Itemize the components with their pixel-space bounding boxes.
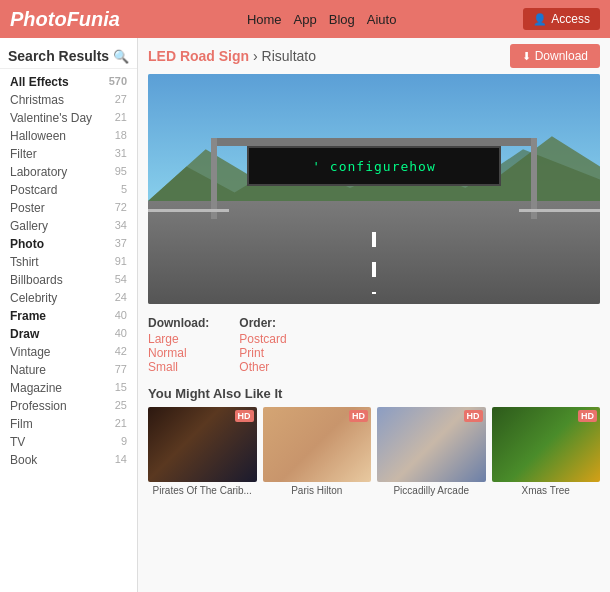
breadcrumb-separator: › bbox=[253, 48, 262, 64]
thumb-pirates[interactable]: HD Pirates Of The Carib... bbox=[148, 407, 257, 496]
sidebar-item-magazine[interactable]: Magazine 15 bbox=[0, 379, 137, 397]
thumb-piccadilly[interactable]: HD Piccadilly Arcade bbox=[377, 407, 486, 496]
download-large[interactable]: Large bbox=[148, 332, 209, 346]
download-options-title: Download: bbox=[148, 316, 209, 330]
order-options: Order: Postcard Print Other bbox=[239, 316, 286, 374]
breadcrumb-effect-link[interactable]: LED Road Sign bbox=[148, 48, 249, 64]
thumb-label-piccadilly: Piccadilly Arcade bbox=[377, 485, 486, 496]
sidebar-item-vintage[interactable]: Vintage 42 bbox=[0, 343, 137, 361]
main-image: ' configurehow bbox=[148, 74, 600, 304]
thumb-img-xmas: HD bbox=[492, 407, 601, 482]
thumb-label-xmas: Xmas Tree bbox=[492, 485, 601, 496]
sidebar-item-valentines[interactable]: Valentine's Day 21 bbox=[0, 109, 137, 127]
breadcrumb: LED Road Sign › Risultato Download bbox=[148, 44, 600, 68]
thumb-label-paris: Paris Hilton bbox=[263, 485, 372, 496]
user-icon bbox=[533, 12, 547, 26]
sidebar-item-profession[interactable]: Profession 25 bbox=[0, 397, 137, 415]
nav-blog[interactable]: Blog bbox=[329, 12, 355, 27]
sidebar-item-christmas[interactable]: Christmas 27 bbox=[0, 91, 137, 109]
sidebar-item-frame[interactable]: Frame 40 bbox=[0, 307, 137, 325]
breadcrumb-text: LED Road Sign › Risultato bbox=[148, 48, 316, 64]
gantry: ' configurehow bbox=[193, 138, 555, 219]
breadcrumb-result: Risultato bbox=[262, 48, 316, 64]
sidebar-item-poster[interactable]: Poster 72 bbox=[0, 199, 137, 217]
sidebar-item-filter[interactable]: Filter 31 bbox=[0, 145, 137, 163]
sidebar-item-celebrity[interactable]: Celebrity 24 bbox=[0, 289, 137, 307]
led-sign: ' configurehow bbox=[247, 146, 500, 186]
thumb-img-piccadilly: HD bbox=[377, 407, 486, 482]
thumb-img-paris: HD bbox=[263, 407, 372, 482]
thumb-paris[interactable]: HD Paris Hilton bbox=[263, 407, 372, 496]
hd-badge-pirates: HD bbox=[235, 410, 254, 422]
sidebar-item-photo[interactable]: Photo 37 bbox=[0, 235, 137, 253]
order-print[interactable]: Print bbox=[239, 346, 286, 360]
download-button[interactable]: Download bbox=[510, 44, 600, 68]
thumb-xmas[interactable]: HD Xmas Tree bbox=[492, 407, 601, 496]
search-icon[interactable]: 🔍 bbox=[113, 49, 129, 64]
order-options-title: Order: bbox=[239, 316, 286, 330]
thumb-label-pirates: Pirates Of The Carib... bbox=[148, 485, 257, 496]
download-options: Download: Large Normal Small bbox=[148, 316, 209, 374]
content-area: LED Road Sign › Risultato Download bbox=[138, 38, 610, 592]
sidebar: Search Results 🔍 All Effects 570 Christm… bbox=[0, 38, 138, 592]
order-other[interactable]: Other bbox=[239, 360, 286, 374]
thumbnails-row: HD Pirates Of The Carib... HD Paris Hilt… bbox=[148, 407, 600, 496]
gantry-beam-left bbox=[211, 138, 217, 219]
gantry-top bbox=[211, 138, 536, 146]
thumb-img-pirates: HD bbox=[148, 407, 257, 482]
search-bar: Search Results 🔍 bbox=[0, 44, 137, 69]
sidebar-item-draw[interactable]: Draw 40 bbox=[0, 325, 137, 343]
sidebar-item-book[interactable]: Book 14 bbox=[0, 451, 137, 469]
main-layout: Search Results 🔍 All Effects 570 Christm… bbox=[0, 38, 610, 592]
nav-app[interactable]: App bbox=[294, 12, 317, 27]
nav-home[interactable]: Home bbox=[247, 12, 282, 27]
download-normal[interactable]: Normal bbox=[148, 346, 209, 360]
sidebar-item-gallery[interactable]: Gallery 34 bbox=[0, 217, 137, 235]
download-small[interactable]: Small bbox=[148, 360, 209, 374]
header: PhotoFunia Home App Blog Aiuto Access bbox=[0, 0, 610, 38]
guardrail-left bbox=[148, 209, 229, 212]
road-scene: ' configurehow bbox=[148, 74, 600, 304]
sidebar-item-all-effects[interactable]: All Effects 570 bbox=[0, 73, 137, 91]
gantry-beam-right bbox=[531, 138, 537, 219]
nav-aiuto[interactable]: Aiuto bbox=[367, 12, 397, 27]
guardrail-right bbox=[519, 209, 600, 212]
sidebar-item-halloween[interactable]: Halloween 18 bbox=[0, 127, 137, 145]
hd-badge-paris: HD bbox=[349, 410, 368, 422]
logo: PhotoFunia bbox=[10, 8, 120, 31]
search-results-title: Search Results bbox=[8, 48, 113, 64]
download-icon bbox=[522, 49, 531, 63]
hd-badge-xmas: HD bbox=[578, 410, 597, 422]
sidebar-item-nature[interactable]: Nature 77 bbox=[0, 361, 137, 379]
sidebar-item-tshirt[interactable]: Tshirt 91 bbox=[0, 253, 137, 271]
sidebar-item-tv[interactable]: TV 9 bbox=[0, 433, 137, 451]
hd-badge-piccadilly: HD bbox=[464, 410, 483, 422]
road-markings bbox=[372, 232, 376, 294]
access-button[interactable]: Access bbox=[523, 8, 600, 30]
sidebar-item-postcard[interactable]: Postcard 5 bbox=[0, 181, 137, 199]
options-row: Download: Large Normal Small Order: Post… bbox=[148, 312, 600, 378]
sidebar-item-laboratory[interactable]: Laboratory 95 bbox=[0, 163, 137, 181]
sidebar-item-film[interactable]: Film 21 bbox=[0, 415, 137, 433]
sidebar-item-billboards[interactable]: Billboards 54 bbox=[0, 271, 137, 289]
also-like-title: You Might Also Like It bbox=[148, 386, 600, 401]
order-postcard[interactable]: Postcard bbox=[239, 332, 286, 346]
nav: Home App Blog Aiuto bbox=[247, 12, 397, 27]
